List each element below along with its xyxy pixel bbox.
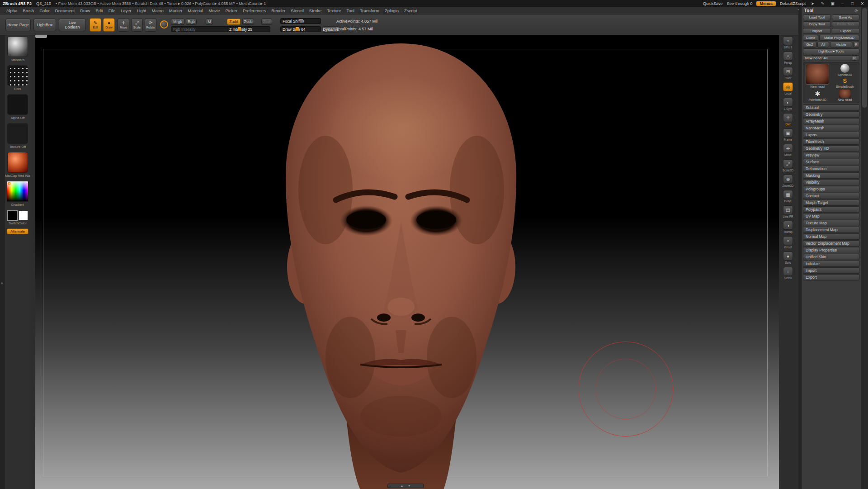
live-boolean-button[interactable]: Live Boolean [59,19,86,31]
main-color-swatch[interactable] [8,211,17,220]
make-polymesh3d-button[interactable]: Make PolyMesh3D [819,35,859,41]
refresh-icon[interactable]: ⟳ [854,9,858,13]
goz-button[interactable]: GoZ [803,42,816,47]
save-as-button[interactable]: Save As [832,14,860,20]
shelf-button-spix[interactable]: ≡ SPix 3 [782,36,794,49]
clone-button[interactable]: Clone [803,35,818,41]
tool-thumbnail-newhead[interactable]: New head [832,90,858,101]
rgb-button[interactable]: Rgb [186,19,197,25]
menus-toggle[interactable]: Menus [756,1,776,6]
menu-item-edit[interactable]: Edit [93,8,105,14]
document-canvas[interactable]: ▲ ▼ [35,35,779,489]
current-tool-r-button[interactable]: R [852,56,857,61]
zadd-button[interactable]: Zadd [227,19,241,25]
screen-icon[interactable]: ▣ [830,1,835,6]
shelf-button-move[interactable]: ✛ Move [782,144,794,157]
default-zscript-button[interactable]: DefaultZScript [780,1,806,6]
right-scrollbar[interactable] [861,7,868,489]
z-intensity-handle[interactable] [238,27,241,31]
load-tool-button[interactable]: Load Tool [803,14,831,20]
goz-r-button[interactable]: R [853,42,859,47]
goz-all-button[interactable]: All [817,42,829,47]
menu-item-layer[interactable]: Layer [118,8,134,14]
menu-item-file[interactable]: File [106,8,118,14]
brush-preview-icon[interactable] [160,20,168,28]
menu-item-light[interactable]: Light [134,8,149,14]
tool-section-polypaint[interactable]: Polypaint [803,206,859,213]
tool-section-normal-map[interactable]: Normal Map [803,233,859,240]
shelf-button-polyf[interactable]: ▦ PolyF [782,190,794,203]
shelf-button-solo[interactable]: ● Solo [782,252,794,264]
draw-size-handle[interactable] [296,27,299,31]
shelf-button-local[interactable]: ◎ Local [782,82,794,95]
shelf-button-qxz[interactable]: ✛ Qxz [782,113,794,126]
maximize-button[interactable]: □ [849,1,855,6]
tray-handle-icon[interactable]: ≡ [0,282,4,285]
pointer-icon[interactable]: ➤ [810,1,816,6]
focal-shift-slider[interactable]: Focal Shift 0 [280,18,321,24]
shelf-button-frame[interactable]: ▣ Frame [782,128,794,141]
tool-section-contact[interactable]: Contact [803,193,859,199]
mrgb-button[interactable]: Mrgb [171,19,184,25]
tool-thumbnail-active[interactable]: New head [805,64,830,88]
alternate-button[interactable]: Alternate [7,228,28,234]
menu-item-draw[interactable]: Draw [77,8,93,14]
tool-section-surface[interactable]: Surface [803,159,859,165]
shelf-button-persp[interactable]: △ Persp [782,52,794,64]
menu-item-texture[interactable]: Texture [324,8,344,14]
menu-item-alpha[interactable]: Alpha [4,8,20,14]
menu-item-preferences[interactable]: Preferences [240,8,269,14]
paste-tool-button[interactable]: Paste Tool [832,21,860,27]
tool-thumbnail-sphere3d[interactable]: Sphere3D [832,64,858,76]
edit-mode-button[interactable]: ✎ Edit [90,18,101,32]
export-button[interactable]: Export [832,28,860,34]
menu-item-material[interactable]: Material [185,8,206,14]
menu-item-picker[interactable]: Picker [223,8,240,14]
menu-item-brush[interactable]: Brush [20,8,37,14]
zsub-button[interactable]: Zsub [242,19,254,25]
tool-section-initialize[interactable]: Initialize [803,261,859,267]
scale-mode-button[interactable]: ⤢ Scale [131,18,143,32]
tool-section-displacement-map[interactable]: Displacement Map [803,227,859,233]
current-tool-button[interactable]: New head :48 R [803,55,859,61]
close-button[interactable]: ✕ [859,1,865,6]
material-thumbnail-matcap[interactable] [7,152,28,173]
home-page-button[interactable]: Home Page [5,19,31,31]
shelf-button-zoom3d[interactable]: ⊕ Zoom3D [782,175,794,187]
tool-thumbnail-polymesh3d[interactable]: ✱ PolyMesh3D [805,90,830,101]
tool-section-vector-displacement-map[interactable]: Vector Displacement Map [803,240,859,247]
canvas-scroll-down-button[interactable]: ▼ [408,484,410,487]
brush-thumbnail-standard[interactable] [7,36,28,57]
tool-section-geometry[interactable]: Geometry [803,111,859,118]
menu-item-stroke[interactable]: Stroke [307,8,324,14]
shelf-button-transp[interactable]: ◑ Transp [782,221,794,233]
move-mode-button[interactable]: ✛ Move [118,18,129,32]
tool-section-arraymesh[interactable]: ArrayMesh [803,118,859,124]
canvas-scroll-up-button[interactable]: ▲ [401,484,403,487]
tool-section-import[interactable]: Import [803,267,859,274]
m-button[interactable]: M [206,19,213,25]
focal-shift-handle[interactable] [300,19,303,23]
tool-section-morph-target[interactable]: Morph Target [803,199,859,206]
tool-section-uv-map[interactable]: UV Map [803,213,859,219]
menu-item-transform[interactable]: Transform [357,8,382,14]
goz-visible-button[interactable]: Visible [830,42,852,47]
quicksave-button[interactable]: QuickSave [703,1,723,6]
tool-section-layers[interactable]: Layers [803,132,859,138]
draw-size-slider[interactable]: Draw Size 64 [280,26,321,32]
canvas-scroll-control[interactable]: ▲ ▼ [387,484,424,488]
tool-section-nanomesh[interactable]: NanoMesh [803,125,859,131]
tool-section-subtool[interactable]: Subtool [803,104,859,111]
tool-section-deformation[interactable]: Deformation [803,166,859,172]
menu-item-marker[interactable]: Marker [166,8,185,14]
menu-item-zplugin[interactable]: Zplugin [382,8,401,14]
pen-icon[interactable]: ✎ [820,1,826,6]
tool-section-unified-skin[interactable]: Unified Skin [803,254,859,260]
rotate-mode-button[interactable]: ⟳ Rotate [145,18,156,32]
tool-thumbnail-simplebrush[interactable]: S SimpleBrush [832,77,858,88]
tool-section-display-properties[interactable]: Display Properties [803,247,859,253]
stroke-thumbnail-dots[interactable] [7,65,28,86]
menu-item-stencil[interactable]: Stencil [288,8,307,14]
right-scrollbar-thumb[interactable] [862,8,867,108]
shelf-button-scale3d[interactable]: ⤢ Scale3D [782,159,794,172]
